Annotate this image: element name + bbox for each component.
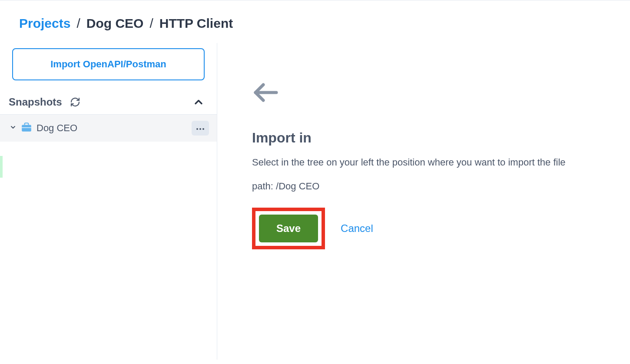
breadcrumb: Projects / Dog CEO / HTTP Client (0, 0, 630, 43)
breadcrumb-separator: / (149, 16, 153, 31)
import-panel-title: Import in (252, 130, 609, 146)
briefcase-icon (21, 122, 32, 135)
breadcrumb-separator: / (76, 16, 80, 31)
action-row: Save Cancel (252, 208, 609, 249)
cancel-link[interactable]: Cancel (341, 222, 373, 235)
svg-point-3 (199, 128, 201, 130)
more-options-button[interactable] (192, 121, 209, 136)
svg-point-2 (196, 128, 198, 130)
back-arrow-icon[interactable] (252, 81, 609, 106)
breadcrumb-current: HTTP Client (159, 16, 233, 31)
import-openapi-button[interactable]: Import OpenAPI/Postman (12, 48, 205, 80)
sidebar-active-indicator (0, 156, 3, 178)
snapshot-tree: Dog CEO (0, 114, 217, 142)
svg-point-4 (202, 128, 204, 130)
chevron-down-icon (10, 124, 17, 132)
tree-item-label: Dog CEO (36, 122, 77, 134)
svg-rect-0 (22, 125, 31, 132)
svg-rect-1 (22, 127, 31, 128)
snapshots-header: Snapshots (0, 91, 217, 114)
sidebar: Import OpenAPI/Postman Snapshots (0, 43, 217, 360)
import-panel-description: Select in the tree on your left the posi… (252, 154, 591, 171)
tree-item-project[interactable]: Dog CEO (0, 115, 217, 142)
import-path-label: path: /Dog CEO (252, 181, 609, 192)
breadcrumb-project[interactable]: Dog CEO (86, 16, 144, 31)
breadcrumb-projects-link[interactable]: Projects (19, 16, 70, 31)
main-panel: Import in Select in the tree on your lef… (217, 43, 630, 360)
ellipsis-icon (196, 125, 205, 132)
refresh-icon[interactable] (70, 97, 80, 107)
save-highlight-box: Save (252, 208, 325, 249)
save-button[interactable]: Save (259, 215, 318, 242)
chevron-up-icon[interactable] (192, 96, 205, 108)
snapshots-label: Snapshots (9, 96, 62, 108)
